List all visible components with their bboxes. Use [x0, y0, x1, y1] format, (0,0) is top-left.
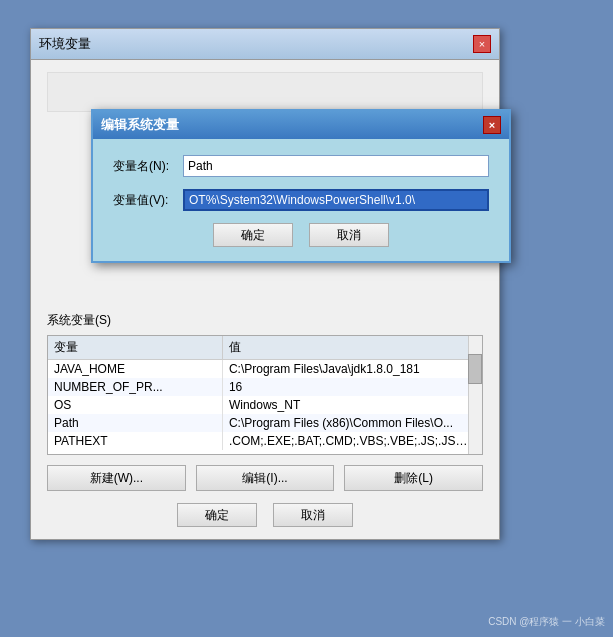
col-val: 值 [222, 336, 481, 360]
delete-var-button[interactable]: 删除(L) [344, 465, 483, 491]
edit-dialog-title: 编辑系统变量 [101, 116, 179, 134]
scrollbar-track[interactable] [468, 336, 482, 454]
table-row[interactable]: PATHEXT.COM;.EXE;.BAT;.CMD;.VBS;.VBE;.JS… [48, 432, 482, 450]
bottom-buttons: 确定 取消 [47, 503, 483, 527]
var-name-label: 变量名(N): [113, 158, 183, 175]
scrollbar-thumb[interactable] [468, 354, 482, 384]
new-var-button[interactable]: 新建(W)... [47, 465, 186, 491]
table-row[interactable]: PathC:\Program Files (x86)\Common Files\… [48, 414, 482, 432]
var-value-label: 变量值(V): [113, 192, 183, 209]
edit-var-button[interactable]: 编辑(I)... [196, 465, 335, 491]
bottom-confirm-button[interactable]: 确定 [177, 503, 257, 527]
table-row[interactable]: OSWindows_NT [48, 396, 482, 414]
edit-dialog: 编辑系统变量 × 变量名(N): 变量值(V): 确定 取消 [91, 109, 511, 263]
variables-table: 变量 值 JAVA_HOMEC:\Program Files\Java\jdk1… [48, 336, 482, 450]
sys-action-buttons: 新建(W)... 编辑(I)... 删除(L) [47, 465, 483, 491]
env-dialog-content: 编辑系统变量 × 变量名(N): 变量值(V): 确定 取消 系统 [31, 60, 499, 539]
var-name-cell: JAVA_HOME [48, 360, 222, 379]
var-name-cell: Path [48, 414, 222, 432]
env-dialog-titlebar: 环境变量 × [31, 29, 499, 60]
edit-dialog-close-button[interactable]: × [483, 116, 501, 134]
var-name-cell: NUMBER_OF_PR... [48, 378, 222, 396]
edit-cancel-button[interactable]: 取消 [309, 223, 389, 247]
table-row[interactable]: JAVA_HOMEC:\Program Files\Java\jdk1.8.0_… [48, 360, 482, 379]
sys-vars-label: 系统变量(S) [47, 312, 483, 329]
bottom-cancel-button[interactable]: 取消 [273, 503, 353, 527]
user-vars-section [47, 72, 483, 112]
sys-vars-section: 系统变量(S) 变量 值 JAVA_HOMEC:\Program Files\J… [47, 312, 483, 491]
env-dialog-title: 环境变量 [39, 35, 91, 53]
edit-dialog-titlebar: 编辑系统变量 × [93, 111, 509, 139]
var-val-cell: .COM;.EXE;.BAT;.CMD;.VBS;.VBE;.JS;.JSE;.… [222, 432, 481, 450]
table-header-row: 变量 值 [48, 336, 482, 360]
env-dialog-close-button[interactable]: × [473, 35, 491, 53]
var-name-row: 变量名(N): [113, 155, 489, 177]
var-val-cell: 16 [222, 378, 481, 396]
edit-dialog-buttons: 确定 取消 [113, 223, 489, 247]
var-name-cell: OS [48, 396, 222, 414]
var-val-cell: Windows_NT [222, 396, 481, 414]
watermark: CSDN @程序猿 一 小白菜 [488, 615, 605, 629]
var-name-input[interactable] [183, 155, 489, 177]
var-val-cell: C:\Program Files\Java\jdk1.8.0_181 [222, 360, 481, 379]
variables-table-container[interactable]: 变量 值 JAVA_HOMEC:\Program Files\Java\jdk1… [47, 335, 483, 455]
edit-dialog-body: 变量名(N): 变量值(V): 确定 取消 [93, 139, 509, 261]
var-value-row: 变量值(V): [113, 189, 489, 211]
table-row[interactable]: NUMBER_OF_PR...16 [48, 378, 482, 396]
var-name-cell: PATHEXT [48, 432, 222, 450]
edit-confirm-button[interactable]: 确定 [213, 223, 293, 247]
env-dialog: 环境变量 × 编辑系统变量 × 变量名(N): 变量值(V): 确定 [30, 28, 500, 540]
var-val-cell: C:\Program Files (x86)\Common Files\O... [222, 414, 481, 432]
col-var: 变量 [48, 336, 222, 360]
var-value-input[interactable] [183, 189, 489, 211]
